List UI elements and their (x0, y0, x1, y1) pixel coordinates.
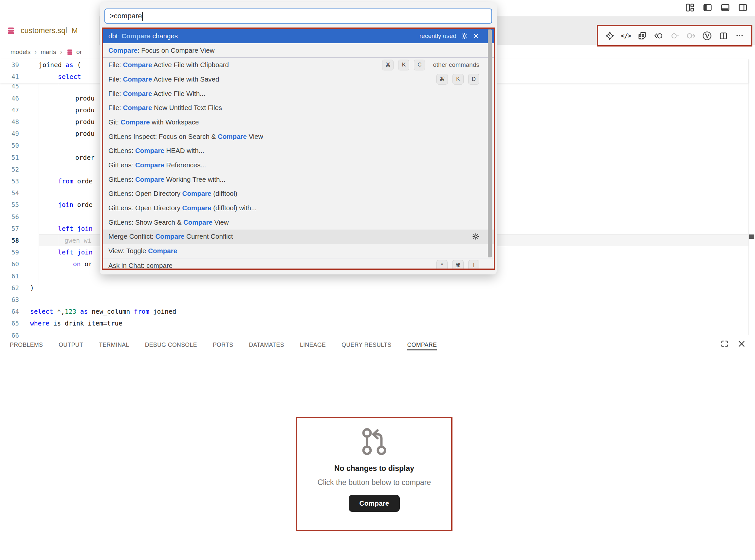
more-actions-icon[interactable] (734, 30, 745, 41)
line-number: 59 (0, 246, 19, 258)
line-number: 62 (0, 282, 19, 294)
command-input-value: >compare (110, 12, 142, 20)
breadcrumb-item-models[interactable]: models (11, 48, 30, 56)
breadcrumb-item-marts[interactable]: marts (41, 48, 56, 56)
command-item-label: GitLens: Compare HEAD with... (108, 147, 204, 155)
command-item-label: GitLens: Open Directory Compare (difftoo… (108, 189, 237, 198)
keybinding-key: K (452, 74, 464, 84)
command-item[interactable]: dbt: Compare changesrecently used (103, 29, 494, 43)
toggle-panel-icon[interactable] (720, 3, 730, 13)
command-item[interactable]: File: Compare Active File with Saved⌘KD (103, 72, 494, 86)
code-text: where is_drink_item=true (30, 317, 122, 329)
code-text: on or (73, 258, 92, 270)
command-item[interactable]: GitLens: Compare HEAD with... (103, 144, 494, 158)
window-layout-controls (685, 3, 748, 13)
command-item-label: Ask in Chat: compare (108, 262, 172, 269)
lineage-node-icon[interactable] (669, 30, 680, 41)
gear-icon[interactable] (461, 33, 468, 40)
line-number: 61 (0, 270, 19, 282)
line-number: 64 (0, 305, 19, 318)
command-item-label: GitLens: Open Directory Compare (difftoo… (108, 204, 257, 212)
compare-empty-state-annotated: No changes to display Click the button b… (296, 417, 452, 531)
command-item-label: View: Toggle Compare (108, 247, 177, 255)
code-text: left join (58, 246, 93, 258)
command-item[interactable]: Git: Compare with Workspace (103, 115, 494, 129)
code-text: produ (75, 92, 95, 104)
command-results-annotated: dbt: Compare changesrecently usedCompare… (102, 27, 495, 270)
line-number: 46 (0, 92, 19, 104)
command-palette: >compare dbt: Compare changesrecently us… (100, 2, 497, 275)
command-item[interactable]: GitLens: Open Directory Compare (difftoo… (103, 201, 494, 215)
command-item[interactable]: GitLens: Open Directory Compare (difftoo… (103, 187, 494, 201)
editor-right-edge (749, 59, 749, 335)
toggle-sidebar-left-icon[interactable] (702, 3, 712, 13)
compare-button[interactable]: Compare (349, 495, 400, 512)
compiled-code-icon[interactable]: </> (620, 30, 632, 41)
keybinding-key: C (414, 60, 425, 71)
git-compare-icon (358, 426, 391, 459)
command-item[interactable]: GitLens: Compare References... (103, 158, 494, 172)
lineage-left-icon[interactable] (653, 30, 664, 41)
line-number: 50 (0, 140, 19, 152)
line-number: 52 (0, 163, 19, 176)
command-item-label: File: Compare Active File with Saved (108, 75, 219, 83)
keybinding-key: I (468, 260, 479, 270)
line-number: 66 (0, 329, 19, 342)
toggle-sidebar-right-icon[interactable] (738, 3, 748, 13)
breadcrumb-item-file[interactable]: or (76, 48, 82, 56)
query-preview-icon[interactable] (636, 30, 648, 41)
git-modified-badge: M (72, 26, 78, 35)
layout-grid-icon[interactable] (685, 3, 695, 13)
palette-scrollbar[interactable] (488, 29, 492, 257)
command-item-right (472, 233, 479, 240)
code-text: select *,123 as new_column from joined (30, 305, 176, 318)
command-item-label: GitLens: Show Search & Compare View (108, 218, 229, 226)
command-item-right: recently used (416, 33, 479, 40)
keybinding-key: D (468, 74, 479, 84)
build-model-icon[interactable] (702, 30, 713, 41)
database-icon (66, 48, 73, 56)
line-number: 57 (0, 223, 19, 235)
command-item[interactable]: View: Toggle Compare (103, 244, 494, 258)
command-item[interactable]: GitLens: Show Search & Compare View (103, 215, 494, 229)
code-text: join orde (58, 199, 93, 211)
line-number: 51 (0, 152, 19, 164)
command-item[interactable]: GitLens: Compare Working Tree with... (103, 172, 494, 187)
other-commands-label: other commands (433, 61, 479, 68)
code-text: ) (30, 282, 34, 294)
line-number: 65 (0, 317, 19, 329)
lineage-right-icon[interactable] (685, 30, 696, 41)
database-icon (6, 26, 15, 35)
code-text: left join (58, 223, 93, 235)
command-item[interactable]: File: Compare New Untitled Text Files (103, 101, 494, 115)
split-editor-icon[interactable] (718, 30, 729, 41)
command-item-label: dbt: Compare changes (108, 32, 178, 40)
command-item[interactable]: File: Compare Active File with Clipboard… (103, 58, 494, 72)
bottom-panel: PROBLEMSOUTPUTTERMINALDEBUG CONSOLEPORTS… (0, 335, 755, 560)
code-text: select (58, 71, 81, 83)
editor-actions-toolbar-annotated: </> (597, 25, 752, 46)
command-item[interactable]: Compare: Focus on Compare View (103, 43, 494, 58)
line-number: 48 (0, 116, 19, 128)
text-caret (142, 12, 143, 21)
command-item-label: Merge Conflict: Compare Current Conflict (108, 233, 233, 240)
dbt-icon[interactable] (604, 30, 615, 41)
tab-filename: customers.sql (21, 26, 67, 35)
line-number: 55 (0, 199, 19, 211)
gear-icon[interactable] (472, 233, 479, 240)
line-number: 54 (0, 187, 19, 199)
tab-customers-sql[interactable]: customers.sql M (0, 16, 99, 45)
line-number: 41 (0, 71, 19, 83)
command-item-label: GitLens: Compare Working Tree with... (108, 176, 225, 183)
command-item[interactable]: GitLens Inspect: Focus on Search & Compa… (103, 129, 494, 144)
keybinding-key: K (398, 60, 409, 71)
code-line: 65where is_drink_item=true (0, 317, 749, 329)
command-item[interactable]: Ask in Chat: compare^⌘I (103, 258, 494, 270)
command-item[interactable]: File: Compare Active File With... (103, 86, 494, 101)
command-item[interactable]: Merge Conflict: Compare Current Conflict (103, 229, 494, 244)
close-icon[interactable] (473, 33, 479, 39)
compare-empty-title: No changes to display (334, 464, 414, 473)
keybinding-key: ⌘ (436, 74, 448, 84)
keybinding-key: ^ (436, 260, 448, 270)
command-input[interactable]: >compare (104, 8, 492, 24)
